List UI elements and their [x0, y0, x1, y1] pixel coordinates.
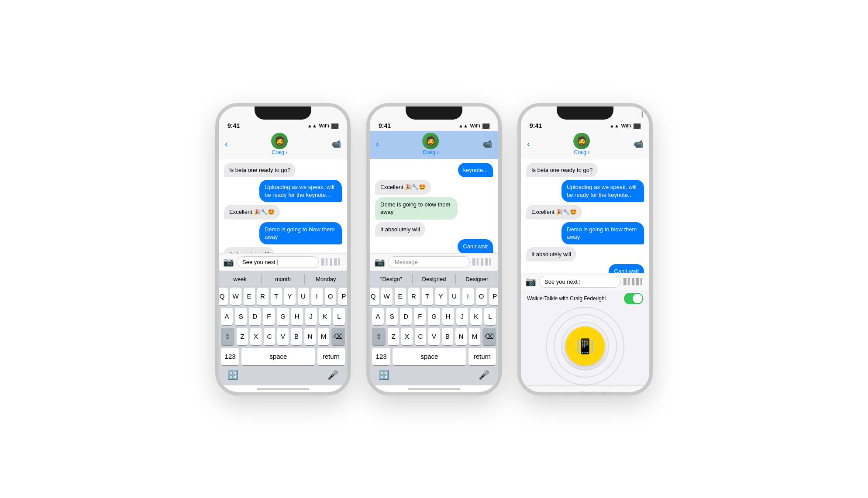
key-v[interactable]: V [428, 328, 440, 345]
key-t[interactable]: T [271, 288, 282, 305]
appstore-icon[interactable]: 🔡 [227, 370, 238, 380]
key-c[interactable]: C [415, 328, 426, 345]
key-u[interactable]: U [449, 288, 460, 305]
back-button[interactable]: ‹ [225, 139, 228, 149]
return-key[interactable]: return [317, 348, 345, 365]
key-u[interactable]: U [298, 288, 309, 305]
key-w[interactable]: W [230, 288, 241, 305]
suggestion-designed[interactable]: Designed [413, 274, 455, 284]
key-f[interactable]: F [414, 308, 426, 325]
key-t[interactable]: T [422, 288, 433, 305]
signal-icon: ▲▲ [307, 123, 317, 128]
key-k[interactable]: K [470, 308, 482, 325]
back-button[interactable]: ‹ [527, 139, 530, 149]
camera-icon[interactable]: 📷 [374, 257, 385, 267]
key-h[interactable]: H [291, 308, 303, 325]
appstore-icon[interactable]: 🔡 [379, 370, 389, 380]
key-y[interactable]: Y [284, 288, 296, 305]
contact-info[interactable]: 🧔 Craig › [422, 133, 439, 155]
key-p[interactable]: P [338, 288, 348, 305]
space-key[interactable]: space [393, 348, 466, 365]
key-h[interactable]: H [442, 308, 454, 325]
walkie-touch-label: touch and hold to talk [557, 390, 611, 392]
nav-bar: ‹ 🧔 Craig › 📹 [521, 131, 649, 159]
message-input[interactable]: See you next | [539, 276, 621, 288]
key-o[interactable]: O [325, 288, 336, 305]
key-i[interactable]: I [311, 288, 323, 305]
key-g[interactable]: G [277, 308, 289, 325]
mic-icon[interactable]: 🎤 [327, 370, 338, 380]
info-icon[interactable]: ℹ [641, 110, 644, 120]
key-x[interactable]: X [250, 328, 262, 345]
key-d[interactable]: D [400, 308, 412, 325]
power-button [652, 176, 653, 205]
key-v[interactable]: V [277, 328, 289, 345]
keyboard-bottom-bar: 🔡 🎤 [370, 368, 498, 385]
keyboard-suggestions: week month Monday [219, 272, 347, 286]
key-o[interactable]: O [476, 288, 487, 305]
key-g[interactable]: G [428, 308, 440, 325]
key-q[interactable]: Q [370, 288, 379, 305]
key-a[interactable]: A [372, 308, 384, 325]
key-s[interactable]: S [386, 308, 398, 325]
key-b[interactable]: B [291, 328, 302, 345]
suggestion-monday[interactable]: Monday [305, 274, 347, 284]
key-x[interactable]: X [401, 328, 413, 345]
key-z[interactable]: Z [237, 328, 248, 345]
key-p[interactable]: P [489, 288, 499, 305]
delete-key[interactable]: ⌫ [482, 328, 496, 345]
status-bar: 9:41 ▲▲ WiFi ▓▓ [521, 106, 649, 131]
key-e[interactable]: E [244, 288, 255, 305]
key-k[interactable]: K [319, 308, 331, 325]
key-a[interactable]: A [221, 308, 233, 325]
key-j[interactable]: J [305, 308, 317, 325]
mic-icon[interactable]: 🎤 [479, 370, 489, 380]
num-key[interactable]: 123 [372, 348, 390, 365]
key-b[interactable]: B [442, 328, 453, 345]
contact-info[interactable]: 🧔 Craig › [271, 133, 288, 155]
key-z[interactable]: Z [388, 328, 399, 345]
key-d[interactable]: D [249, 308, 261, 325]
back-button[interactable]: ‹ [376, 139, 379, 149]
nav-bar: ‹ 🧔 Craig › 📹 [219, 131, 347, 159]
walkie-talkie-toggle[interactable] [624, 293, 643, 304]
suggestion-designer[interactable]: Designer [456, 274, 498, 284]
key-c[interactable]: C [264, 328, 275, 345]
key-i[interactable]: I [462, 288, 474, 305]
key-y[interactable]: Y [435, 288, 447, 305]
key-r[interactable]: R [257, 288, 269, 305]
space-key[interactable]: space [241, 348, 315, 365]
key-f[interactable]: F [263, 308, 275, 325]
key-e[interactable]: E [395, 288, 406, 305]
audio-waveform-icon: ▋▍▌▋▍ [623, 278, 645, 285]
key-s[interactable]: S [235, 308, 247, 325]
shift-key[interactable]: ⇧ [221, 328, 234, 345]
return-key[interactable]: return [468, 348, 496, 365]
key-q[interactable]: Q [219, 288, 228, 305]
delete-key[interactable]: ⌫ [331, 328, 345, 345]
shift-key[interactable]: ⇧ [372, 328, 386, 345]
message-input[interactable]: iMessage [388, 256, 470, 268]
suggestion-design[interactable]: "Design" [370, 274, 413, 284]
contact-info[interactable]: 🧔 Craig › [573, 133, 590, 155]
key-n[interactable]: N [304, 328, 316, 345]
num-key[interactable]: 123 [221, 348, 239, 365]
key-l[interactable]: L [333, 308, 345, 325]
key-m[interactable]: M [469, 328, 480, 345]
key-n[interactable]: N [455, 328, 467, 345]
walkie-phone-icon: 📳 [576, 337, 594, 355]
key-w[interactable]: W [381, 288, 393, 305]
key-m[interactable]: M [318, 328, 329, 345]
camera-icon[interactable]: 📷 [525, 276, 536, 287]
message-input[interactable]: See you next | [237, 256, 319, 268]
key-r[interactable]: R [408, 288, 420, 305]
camera-icon[interactable]: 📷 [223, 257, 234, 267]
walkie-talk-button[interactable]: 📳 [565, 326, 605, 366]
suggestion-month[interactable]: month [262, 274, 304, 284]
video-call-button[interactable]: 📹 [331, 139, 341, 149]
key-l[interactable]: L [484, 308, 496, 325]
video-call-button[interactable]: 📹 [634, 139, 643, 149]
key-j[interactable]: J [456, 308, 468, 325]
video-call-button[interactable]: 📹 [482, 139, 492, 149]
suggestion-week[interactable]: week [219, 274, 262, 284]
